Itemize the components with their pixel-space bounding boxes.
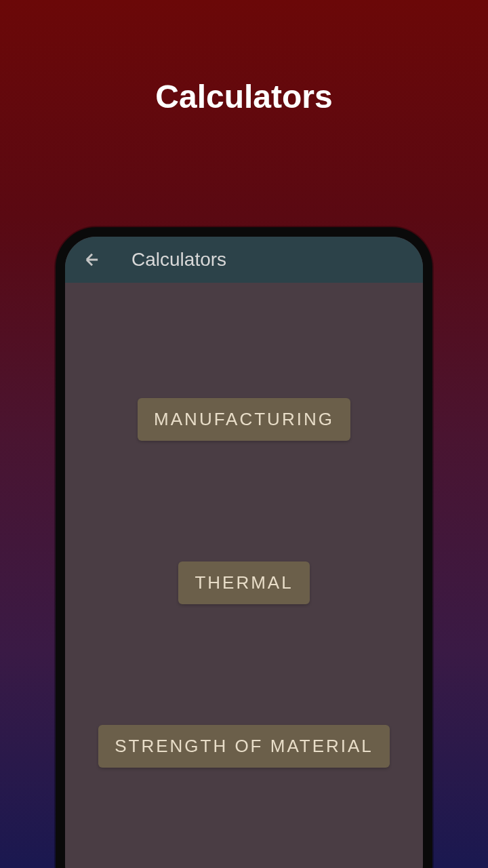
back-arrow-icon xyxy=(83,250,102,269)
page-title: Calculators xyxy=(0,78,488,115)
thermal-button[interactable]: THERMAL xyxy=(178,561,309,604)
phone-side-button xyxy=(62,528,65,610)
manufacturing-button[interactable]: MANUFACTURING xyxy=(138,398,350,441)
phone-side-button xyxy=(423,576,426,637)
app-bar: Calculators xyxy=(65,237,423,283)
strength-of-material-button[interactable]: STRENGTH OF MATERIAL xyxy=(98,725,390,768)
phone-frame: Calculators MANUFACTURING THERMAL STRENG… xyxy=(56,227,432,868)
content-area: MANUFACTURING THERMAL STRENGTH OF MATERI… xyxy=(65,283,423,768)
app-bar-title: Calculators xyxy=(131,249,226,271)
back-button[interactable] xyxy=(79,246,106,273)
phone-side-button xyxy=(423,427,426,488)
